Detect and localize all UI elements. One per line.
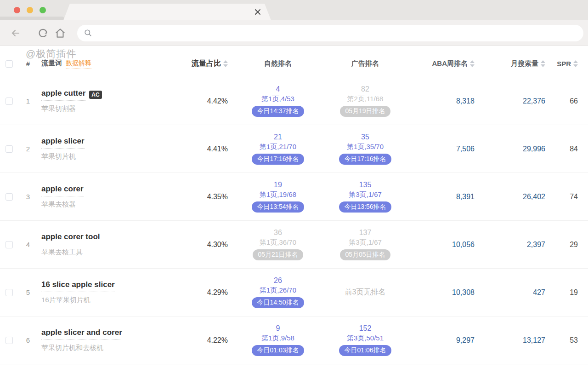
sort-carets-icon xyxy=(223,60,228,67)
row-checkbox[interactable] xyxy=(6,98,13,105)
sort-carets-icon xyxy=(573,60,578,67)
table-row: 3 apple corer 苹果去核器 4.35% 19 第1页,19/68 今… xyxy=(0,173,588,221)
sort-traffic-share[interactable]: 流量占比 xyxy=(192,59,228,69)
home-icon[interactable] xyxy=(54,27,66,39)
organic-rank-time-badge: 今日17:16排名 xyxy=(252,154,304,165)
organic-rank-position: 第1页,26/70 xyxy=(260,286,296,295)
back-icon[interactable] xyxy=(10,28,21,39)
organic-rank-cell: 36 第1页,36/70 05月21日排名 xyxy=(234,229,322,260)
refresh-icon[interactable] xyxy=(38,28,49,39)
row-checkbox[interactable] xyxy=(6,241,13,248)
ad-rank-number: 152 xyxy=(359,324,372,333)
aba-week-rank-value: 9,297 xyxy=(409,336,480,345)
address-bar[interactable] xyxy=(77,25,583,41)
monthly-searches-value: 427 xyxy=(480,288,549,297)
browser-tab[interactable] xyxy=(63,4,271,20)
table-row: 4 apple corer tool 苹果去核工具 4.30% 36 第1页,3… xyxy=(0,221,588,269)
ad-rank-position: 第3页,50/51 xyxy=(347,334,384,343)
keyword-translation: 苹果切片机 xyxy=(41,152,183,161)
row-checkbox[interactable] xyxy=(6,337,13,344)
table-row: 5 16 slice apple slicer 16片苹果切片机 4.29% 2… xyxy=(0,269,588,316)
sort-spr[interactable]: SPR xyxy=(557,60,578,68)
browser-titlebar xyxy=(0,0,588,20)
ad-rank-number: 135 xyxy=(359,181,372,189)
organic-rank-number: 21 xyxy=(274,133,282,141)
organic-rank-position: 第1页,19/68 xyxy=(260,190,296,199)
keyword-text[interactable]: apple corer xyxy=(41,184,84,196)
window-controls xyxy=(14,7,46,13)
monthly-searches-value: 2,397 xyxy=(480,241,549,249)
keyword-translation: 苹果去核器 xyxy=(41,200,183,209)
ad-rank-cell: 135 第3页,1/67 今日13:56排名 xyxy=(322,181,409,213)
keyword-text[interactable]: apple corer tool xyxy=(41,232,100,244)
keyword-text[interactable]: 16 slice apple slicer xyxy=(41,280,115,292)
table-body: 1 apple cutter AC 苹果切割器 4.42% 4 第1页,4/53… xyxy=(0,77,588,364)
table-header: # 流量词 数据解释 流量占比 自然排名 广告排名 ABA周排名 月搜索量 xyxy=(0,51,588,77)
ad-rank-number: 35 xyxy=(361,133,369,141)
ad-rank-none-text: 前3页无排名 xyxy=(322,288,409,297)
sort-aba-week-rank[interactable]: ABA周排名 xyxy=(432,59,475,68)
organic-rank-cell: 4 第1页,4/53 今日14:37排名 xyxy=(234,85,322,117)
ad-rank-position: 第3页,1/67 xyxy=(349,238,382,247)
organic-rank-position: 第1页,4/53 xyxy=(261,95,294,104)
keyword-text[interactable]: apple slicer and corer xyxy=(41,328,122,340)
traffic-share-value: 4.22% xyxy=(183,336,234,345)
organic-rank-time-badge: 今日13:54排名 xyxy=(252,201,304,213)
organic-rank-cell: 26 第1页,26/70 今日14:50排名 xyxy=(234,276,322,308)
aba-week-rank-value: 10,308 xyxy=(409,288,480,297)
browser-toolbar: @极简插件 xyxy=(0,20,588,46)
page-content: # 流量词 数据解释 流量占比 自然排名 广告排名 ABA周排名 月搜索量 xyxy=(0,46,588,368)
organic-rank-time-badge: 今日14:50排名 xyxy=(252,297,304,308)
data-help-link[interactable]: 数据解释 xyxy=(66,59,91,69)
search-icon xyxy=(84,29,92,37)
row-checkbox[interactable] xyxy=(6,145,13,153)
keyword-translation: 苹果去核工具 xyxy=(41,248,183,257)
row-index: 1 xyxy=(20,97,36,105)
maximize-window-button[interactable] xyxy=(40,7,46,13)
ad-rank-position: 第2页,11/68 xyxy=(347,95,384,104)
traffic-share-value: 4.35% xyxy=(183,193,234,201)
spr-value: 74 xyxy=(549,193,588,201)
close-window-button[interactable] xyxy=(14,7,20,13)
organic-rank-number: 26 xyxy=(274,276,282,285)
monthly-searches-value: 29,996 xyxy=(480,145,549,153)
keyword-text[interactable]: apple cutter xyxy=(41,89,85,101)
organic-rank-time-badge: 今日14:37排名 xyxy=(252,106,304,117)
organic-rank-number: 19 xyxy=(274,181,282,189)
organic-rank-position: 第1页,36/70 xyxy=(260,238,296,247)
keyword-text[interactable]: apple slicer xyxy=(41,137,85,149)
organic-rank-time-badge: 今日01:03排名 xyxy=(252,345,304,356)
keyword-translation: 苹果切割器 xyxy=(41,104,183,113)
ad-rank-position: 第3页,1/67 xyxy=(349,190,382,199)
row-index: 4 xyxy=(20,241,36,248)
row-checkbox[interactable] xyxy=(6,193,13,201)
organic-rank-cell: 19 第1页,19/68 今日13:54排名 xyxy=(234,181,322,213)
aba-week-rank-value: 7,506 xyxy=(409,145,480,153)
organic-rank-cell: 21 第1页,21/70 今日17:16排名 xyxy=(234,133,322,165)
select-all-checkbox[interactable] xyxy=(6,60,13,68)
header-organic-rank: 自然排名 xyxy=(234,59,322,68)
spr-value: 19 xyxy=(549,288,588,297)
table-row: 6 apple slicer and corer 苹果切片机和去核机 4.22%… xyxy=(0,316,588,364)
ad-rank-number: 82 xyxy=(361,85,369,93)
keyword-translation: 16片苹果切片机 xyxy=(41,296,183,305)
row-checkbox[interactable] xyxy=(6,289,13,296)
monthly-searches-value: 13,127 xyxy=(480,336,549,345)
header-index: # xyxy=(20,60,36,68)
organic-rank-time-badge: 05月21日排名 xyxy=(253,249,303,260)
aba-week-rank-value: 8,391 xyxy=(409,193,480,201)
tab-close-icon[interactable] xyxy=(254,9,261,15)
ad-rank-time-badge: 05月19日排名 xyxy=(340,106,390,117)
minimize-window-button[interactable] xyxy=(27,7,33,13)
organic-rank-position: 第1页,9/58 xyxy=(261,334,294,343)
ad-rank-position: 第1页,35/70 xyxy=(347,143,384,151)
aba-week-rank-value: 10,056 xyxy=(409,241,480,249)
organic-rank-number: 4 xyxy=(276,85,280,93)
spr-value: 66 xyxy=(549,97,588,105)
ad-rank-cell: 35 第1页,35/70 今日17:16排名 xyxy=(322,133,409,165)
monthly-searches-value: 26,402 xyxy=(480,193,549,201)
table-row: 1 apple cutter AC 苹果切割器 4.42% 4 第1页,4/53… xyxy=(0,77,588,125)
background-tab-edge xyxy=(0,17,69,20)
header-keyword: 流量词 xyxy=(41,59,62,68)
sort-monthly-searches[interactable]: 月搜索量 xyxy=(511,59,545,68)
